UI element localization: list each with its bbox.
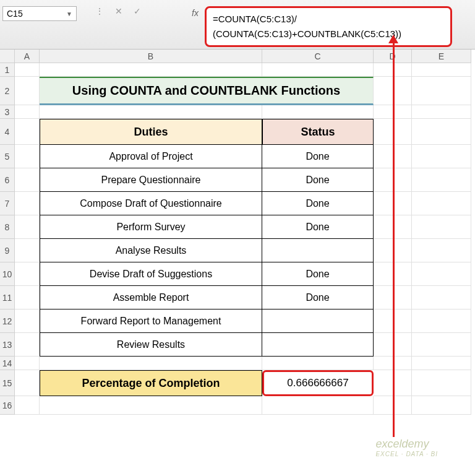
- cell-b3[interactable]: [40, 105, 262, 119]
- cell-a5[interactable]: [15, 145, 40, 168]
- cell-e12[interactable]: [412, 309, 471, 333]
- cell-e15[interactable]: [412, 370, 471, 396]
- cell-e9[interactable]: [412, 239, 471, 262]
- cell-e10[interactable]: [412, 262, 471, 286]
- cell-a6[interactable]: [15, 168, 40, 192]
- row-header[interactable]: 4: [0, 119, 15, 145]
- row-header[interactable]: 6: [0, 168, 15, 192]
- table-row[interactable]: Prepare Questionnaire: [40, 168, 262, 192]
- row-header[interactable]: 3: [0, 105, 15, 119]
- row-header[interactable]: 5: [0, 145, 15, 168]
- row-header[interactable]: 1: [0, 63, 15, 77]
- col-header-e[interactable]: E: [412, 50, 471, 63]
- cancel-icon[interactable]: ✕: [113, 6, 125, 16]
- cell-a9[interactable]: [15, 239, 40, 262]
- row-header[interactable]: 13: [0, 333, 15, 357]
- table-row[interactable]: Done: [262, 215, 374, 239]
- cell-a3[interactable]: [15, 105, 40, 119]
- table-row[interactable]: [262, 309, 374, 333]
- cell-e14[interactable]: [412, 357, 471, 370]
- cell-c16[interactable]: [262, 396, 374, 415]
- enter-icon[interactable]: ✓: [131, 6, 143, 16]
- row-header[interactable]: 8: [0, 215, 15, 239]
- watermark-brand: exceldemy: [375, 438, 429, 450]
- cell-e16[interactable]: [412, 396, 471, 415]
- row-header[interactable]: 16: [0, 396, 15, 415]
- table-row[interactable]: Devise Draft of Suggestions: [40, 262, 262, 286]
- table-row[interactable]: Forward Report to Management: [40, 309, 262, 333]
- cell-e3[interactable]: [412, 105, 471, 119]
- cell-e8[interactable]: [412, 215, 471, 239]
- fx-icon[interactable]: fx: [192, 6, 199, 18]
- name-box-value: C15: [7, 9, 23, 19]
- percentage-label[interactable]: Percentage of Completion: [40, 370, 262, 396]
- table-row[interactable]: Approval of Project: [40, 145, 262, 168]
- title-cell[interactable]: Using COUNTA and COUNTBLANK Functions: [40, 77, 374, 105]
- cell-a13[interactable]: [15, 333, 40, 357]
- cell-e11[interactable]: [412, 286, 471, 309]
- col-header-a[interactable]: A: [15, 50, 40, 63]
- formula-bar[interactable]: =COUNTA(C5:C13)/ (COUNTA(C5:C13)+COUNTBL…: [205, 6, 452, 47]
- percentage-value[interactable]: 0.666666667: [262, 370, 374, 396]
- cell-b1[interactable]: [40, 63, 262, 77]
- table-row[interactable]: Done: [262, 262, 374, 286]
- cell-e6[interactable]: [412, 168, 471, 192]
- cell-b16[interactable]: [40, 396, 262, 415]
- formula-controls: ⋮ ✕ ✓: [93, 6, 143, 16]
- formula-toolbar: C15 ▼ ⋮ ✕ ✓ fx =COUNTA(C5:C13)/ (COUNTA(…: [0, 0, 475, 50]
- row-header[interactable]: 9: [0, 239, 15, 262]
- row-header[interactable]: 2: [0, 77, 15, 105]
- table-row[interactable]: Assemble Report: [40, 286, 262, 309]
- table-row[interactable]: [262, 333, 374, 357]
- cell-e5[interactable]: [412, 145, 471, 168]
- chevron-down-icon[interactable]: ▼: [66, 11, 72, 17]
- table-row[interactable]: Analyse Results: [40, 239, 262, 262]
- col-header-c[interactable]: C: [262, 50, 374, 63]
- cell-c14[interactable]: [262, 357, 374, 370]
- cell-a11[interactable]: [15, 286, 40, 309]
- row-header[interactable]: 14: [0, 357, 15, 370]
- cell-a1[interactable]: [15, 63, 40, 77]
- cell-e2[interactable]: [412, 77, 471, 105]
- formula-line-1: =COUNTA(C5:C13)/: [213, 12, 444, 27]
- col-header-b[interactable]: B: [40, 50, 262, 63]
- cell-c1[interactable]: [262, 63, 374, 77]
- cell-a10[interactable]: [15, 262, 40, 286]
- cell-e1[interactable]: [412, 63, 471, 77]
- table-row[interactable]: Done: [262, 168, 374, 192]
- header-status[interactable]: Status: [262, 119, 374, 145]
- table-row[interactable]: Done: [262, 145, 374, 168]
- table-row[interactable]: Compose Draft of Questionnaire: [40, 192, 262, 215]
- table-row[interactable]: Perform Survey: [40, 215, 262, 239]
- spreadsheet-grid[interactable]: A B C D E 1 2 Using COUNTA and COUNTBLAN…: [0, 50, 475, 415]
- cell-a16[interactable]: [15, 396, 40, 415]
- row-header[interactable]: 11: [0, 286, 15, 309]
- header-duties[interactable]: Duties: [40, 119, 262, 145]
- table-row[interactable]: [262, 239, 374, 262]
- cell-e13[interactable]: [412, 333, 471, 357]
- cell-e7[interactable]: [412, 192, 471, 215]
- table-row[interactable]: Review Results: [40, 333, 262, 357]
- row-header[interactable]: 10: [0, 262, 15, 286]
- cell-b14[interactable]: [40, 357, 262, 370]
- name-box[interactable]: C15 ▼: [2, 6, 77, 21]
- annotation-arrow: [393, 41, 395, 437]
- row-header[interactable]: 12: [0, 309, 15, 333]
- table-row[interactable]: Done: [262, 192, 374, 215]
- table-row[interactable]: Done: [262, 286, 374, 309]
- watermark-tag: EXCEL · DATA · BI: [375, 451, 438, 457]
- select-all-corner[interactable]: [0, 50, 15, 63]
- sep-icon: ⋮: [93, 6, 106, 16]
- cell-a14[interactable]: [15, 357, 40, 370]
- cell-a8[interactable]: [15, 215, 40, 239]
- row-header[interactable]: 15: [0, 370, 15, 396]
- cell-c3[interactable]: [262, 105, 374, 119]
- cell-a15[interactable]: [15, 370, 40, 396]
- cell-a2[interactable]: [15, 77, 40, 105]
- row-header[interactable]: 7: [0, 192, 15, 215]
- formula-line-2: (COUNTA(C5:C13)+COUNTBLANK(C5:C13)): [213, 27, 444, 41]
- cell-a4[interactable]: [15, 119, 40, 145]
- cell-e4[interactable]: [412, 119, 471, 145]
- cell-a7[interactable]: [15, 192, 40, 215]
- cell-a12[interactable]: [15, 309, 40, 333]
